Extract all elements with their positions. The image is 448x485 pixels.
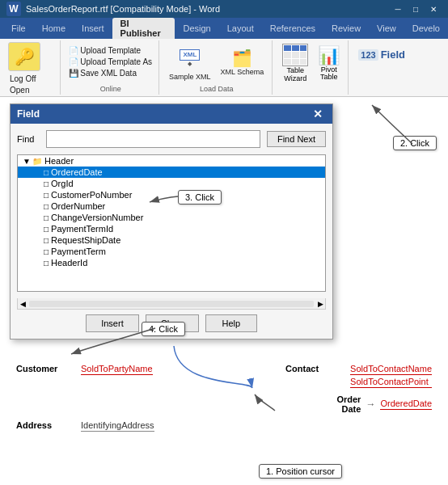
- tree-item-changeversionnumber[interactable]: □ ChangeVersionNumber: [18, 212, 325, 223]
- address-field: IdentifyingAddress: [81, 420, 154, 432]
- tab-design[interactable]: Design: [175, 18, 218, 39]
- customer-label: Customer: [16, 364, 65, 373]
- save-xml-data-btn[interactable]: 💾 Save XML Data: [67, 68, 154, 78]
- find-next-btn[interactable]: Find Next: [267, 131, 326, 147]
- dialog-title: Field: [17, 108, 40, 120]
- table-wizard-btn[interactable]: Table Wizard: [279, 42, 311, 85]
- tab-insert[interactable]: Insert: [74, 18, 112, 39]
- tree-item-ordernumber[interactable]: □ OrderNumber: [18, 200, 325, 212]
- tree-root[interactable]: ▼ 📁 Header: [18, 155, 325, 167]
- ribbon-group-online: 📄 Upload Template 📄 Upload Template As 💾…: [62, 40, 159, 95]
- tab-file[interactable]: File: [3, 18, 34, 39]
- doc-area: Customer SoldToPartyName Contact SoldToC…: [0, 356, 448, 485]
- ribbon-bar: 🔑 Log Off Open View Report 📄 Upl: [0, 39, 448, 97]
- tree-item-orgid[interactable]: □ OrgId: [18, 178, 325, 189]
- pivot-table-btn[interactable]: 📊 PivotTable: [315, 44, 343, 84]
- dialog-close-btn[interactable]: ✕: [310, 106, 326, 122]
- tab-develo[interactable]: Develo: [404, 18, 448, 39]
- title-bar: W SalesOrderReport.rtf [Compatibility Mo…: [0, 0, 448, 18]
- callout-2-click: 2. Click: [393, 136, 437, 150]
- help-btn[interactable]: Help: [205, 314, 257, 332]
- upload-template-btn[interactable]: 📄 Upload Template: [67, 45, 154, 56]
- field-123-icon: 123: [358, 49, 378, 61]
- tab-view[interactable]: View: [369, 18, 404, 39]
- callout-1-position: 1. Position cursor: [259, 464, 342, 479]
- field-btn[interactable]: 123 Field: [355, 47, 408, 62]
- dialog-titlebar: Field ✕: [11, 104, 332, 124]
- find-label: Find: [17, 134, 40, 144]
- field-dialog: Field ✕ Find Find Next ▼ 📁 Header □: [10, 103, 333, 340]
- field-label: Field: [381, 48, 405, 61]
- tree-item-customerponumber[interactable]: □ CustomerPoNumber: [18, 189, 325, 200]
- tab-references[interactable]: References: [262, 18, 323, 39]
- ribbon-tabs: File Home Insert BI Publisher Design Lay…: [0, 18, 448, 39]
- tab-bi-publisher[interactable]: BI Publisher: [112, 18, 175, 39]
- customer-field: SoldToPartyName: [81, 364, 153, 375]
- scroll-left-btn[interactable]: ◀: [18, 300, 27, 308]
- tab-layout[interactable]: Layout: [219, 18, 262, 39]
- table-wizard-icon: [282, 44, 308, 66]
- log-off-btn[interactable]: Log Off: [8, 74, 55, 84]
- contact-field1: SoldToContactName: [350, 364, 432, 375]
- insert-btn[interactable]: Insert: [86, 314, 139, 332]
- upload-template-as-btn[interactable]: 📄 Upload Template As: [67, 57, 154, 67]
- window-controls: ─ □ ✕: [390, 2, 442, 16]
- tab-review[interactable]: Review: [323, 18, 369, 39]
- tree-container[interactable]: ▼ 📁 Header □ OrderedDate □ OrgId: [17, 154, 326, 292]
- xml-schema-btn[interactable]: 🗂️ XML Schema: [218, 47, 268, 78]
- tree-item-paymentterm[interactable]: □ PaymentTerm: [18, 246, 325, 257]
- callout-3-click: 3. Click: [178, 190, 222, 205]
- ribbon-group-logon: 🔑 Log Off Open View Report: [3, 40, 61, 95]
- main-content: Field ✕ Find Find Next ▼ 📁 Header □: [0, 97, 448, 485]
- open-btn[interactable]: Open: [8, 85, 55, 95]
- ribbon-group-table: Table Wizard 📊 PivotTable: [274, 40, 349, 95]
- order-date-arrow: →: [366, 399, 375, 410]
- sample-xml-btn[interactable]: XML ◆ Sample XML: [166, 42, 214, 83]
- callout-4-click: 4. Click: [142, 322, 185, 336]
- log-on-icon[interactable]: 🔑: [8, 42, 40, 71]
- tree-item-headerid[interactable]: □ HeaderId: [18, 257, 325, 268]
- ribbon-group-field: 123 Field: [350, 40, 413, 95]
- ribbon-group-label-online: Online: [62, 85, 158, 93]
- tree-item-requestshipdate[interactable]: □ RequestShipDate: [18, 234, 325, 246]
- word-icon: W: [6, 2, 21, 16]
- ribbon-group-loaddata: XML ◆ Sample XML 🗂️ XML Schema Load Data: [161, 40, 273, 95]
- contact-label: Contact: [285, 364, 334, 373]
- close-btn[interactable]: ✕: [425, 2, 442, 16]
- tree-item-paymenttermid[interactable]: □ PaymentTermId: [18, 223, 325, 234]
- ribbon-group-label-loaddata: Load Data: [161, 85, 272, 93]
- contact-field2: SoldToContactPoint: [350, 377, 432, 388]
- tree-item-ordereddate[interactable]: □ OrderedDate: [18, 167, 325, 178]
- scroll-right-btn[interactable]: ▶: [315, 300, 325, 308]
- find-input[interactable]: [46, 130, 260, 148]
- minimize-btn[interactable]: ─: [390, 2, 406, 16]
- title-text: SalesOrderReport.rtf [Compatibility Mode…: [26, 4, 220, 14]
- order-date-field: OrderedDate: [380, 399, 432, 410]
- order-date-label: OrderDate: [312, 394, 361, 414]
- maximize-btn[interactable]: □: [408, 2, 424, 16]
- tab-home[interactable]: Home: [34, 18, 74, 39]
- address-label: Address: [16, 420, 65, 430]
